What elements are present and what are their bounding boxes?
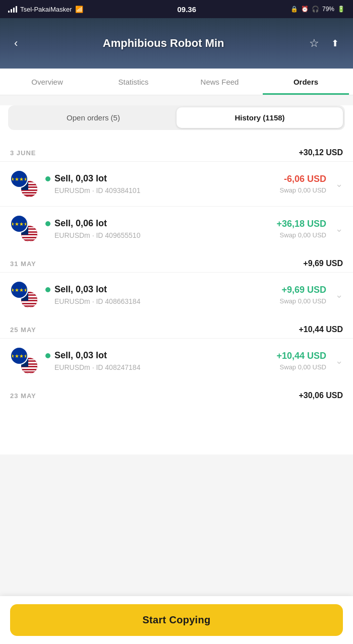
order-row[interactable]: ★★★★★★★★★★★★ Sell, 0,06 lot EURUSDm · ID… bbox=[0, 206, 353, 251]
order-pnl: +36,18 USD bbox=[276, 219, 326, 229]
chevron-down-icon: ⌄ bbox=[335, 178, 343, 189]
date-total-may23: +30,06 USD bbox=[299, 391, 343, 400]
status-left: Tsel-PakaiMasker 📶 bbox=[8, 6, 83, 13]
date-label-may23: 23 MAY bbox=[10, 392, 36, 400]
history-button[interactable]: History (1158) bbox=[177, 107, 343, 128]
date-header-june3: 3 JUNE +30,12 USD bbox=[0, 140, 353, 161]
tabs: Overview Statistics News Feed Orders bbox=[0, 69, 353, 95]
battery-label: 79% bbox=[322, 6, 334, 13]
star-icon: ☆ bbox=[309, 37, 319, 50]
order-row[interactable]: ★★★★★★★★★★★★ Sell, 0,03 lot EURUSDm · ID… bbox=[0, 338, 353, 383]
page-title: Amphibious Robot Min bbox=[22, 37, 305, 50]
chevron-down-icon: ⌄ bbox=[335, 355, 343, 366]
back-icon: ‹ bbox=[14, 37, 18, 50]
signal-icon bbox=[8, 6, 17, 13]
order-info: Sell, 0,03 lot EURUSDm · ID 408247184 bbox=[45, 350, 269, 371]
order-title: Sell, 0,03 lot bbox=[54, 284, 107, 295]
alarm-icon: ⏰ bbox=[301, 6, 309, 13]
header: ‹ Amphibious Robot Min ☆ ⬆ bbox=[0, 18, 353, 69]
order-values: +36,18 USD Swap 0,00 USD bbox=[276, 219, 326, 239]
order-type-toggle: Open orders (5) History (1158) bbox=[8, 105, 345, 130]
status-right: 🔒 ⏰ 🎧 79% 🔋 bbox=[290, 6, 345, 13]
order-pnl: +10,44 USD bbox=[276, 351, 326, 361]
order-pnl: -6,06 USD bbox=[280, 174, 327, 184]
order-values: +9,69 USD Swap 0,00 USD bbox=[280, 285, 327, 305]
currency-pair-icon: ★★★★★★★★★★★★ bbox=[10, 215, 38, 243]
date-header-may31: 31 MAY +9,69 USD bbox=[0, 251, 353, 272]
header-actions: ☆ ⬆ bbox=[305, 33, 343, 54]
start-copying-button[interactable]: Start Copying bbox=[10, 604, 343, 636]
date-group-may25: 25 MAY +10,44 USD ★★★★★★★★★★★★ bbox=[0, 317, 353, 383]
order-info: Sell, 0,03 lot EURUSDm · ID 409384101 bbox=[45, 173, 273, 195]
order-subtitle: EURUSDm · ID 408247184 bbox=[54, 363, 269, 371]
tab-overview[interactable]: Overview bbox=[4, 69, 90, 95]
share-button[interactable]: ⬆ bbox=[327, 33, 343, 54]
open-orders-button[interactable]: Open orders (5) bbox=[10, 107, 177, 128]
order-subtitle: EURUSDm · ID 408663184 bbox=[54, 297, 273, 305]
order-swap: Swap 0,00 USD bbox=[280, 186, 327, 194]
headphone-icon: 🎧 bbox=[312, 6, 319, 13]
order-info: Sell, 0,03 lot EURUSDm · ID 408663184 bbox=[45, 284, 273, 305]
order-values: -6,06 USD Swap 0,00 USD bbox=[280, 174, 327, 194]
date-total-may31: +9,69 USD bbox=[303, 259, 343, 268]
svg-text:★★★★★★★★★★★★: ★★★★★★★★★★★★ bbox=[12, 221, 26, 227]
order-title: Sell, 0,03 lot bbox=[54, 173, 107, 184]
chevron-down-icon: ⌄ bbox=[335, 289, 343, 300]
wifi-icon: 📶 bbox=[75, 6, 83, 13]
clock: 09.36 bbox=[178, 5, 197, 14]
svg-text:★★★★★★★★★★★★: ★★★★★★★★★★★★ bbox=[12, 287, 26, 293]
back-button[interactable]: ‹ bbox=[10, 33, 22, 54]
battery-icon: 🔋 bbox=[337, 6, 345, 13]
order-pnl: +9,69 USD bbox=[280, 285, 327, 295]
date-header-may23: 23 MAY +30,06 USD bbox=[0, 383, 353, 404]
share-icon: ⬆ bbox=[331, 38, 339, 49]
order-row[interactable]: ★★★★★★★★★★★★ Sell, 0,03 lot EURUSDm · ID… bbox=[0, 272, 353, 317]
order-values: +10,44 USD Swap 0,00 USD bbox=[276, 351, 326, 371]
bottom-bar: Start Copying bbox=[0, 596, 353, 644]
date-total-may25: +10,44 USD bbox=[299, 325, 343, 334]
order-subtitle: EURUSDm · ID 409655510 bbox=[54, 231, 269, 239]
svg-text:★★★★★★★★★★★★: ★★★★★★★★★★★★ bbox=[12, 353, 26, 359]
status-dot bbox=[45, 353, 50, 358]
date-header-may25: 25 MAY +10,44 USD bbox=[0, 317, 353, 338]
tab-news-feed[interactable]: News Feed bbox=[177, 69, 263, 95]
order-swap: Swap 0,00 USD bbox=[280, 297, 327, 305]
lock-icon: 🔒 bbox=[290, 6, 298, 13]
svg-text:★★★★★★★★★★★★: ★★★★★★★★★★★★ bbox=[12, 176, 26, 182]
chevron-down-icon: ⌄ bbox=[335, 223, 343, 234]
status-dot bbox=[45, 287, 50, 292]
tab-statistics[interactable]: Statistics bbox=[90, 69, 177, 95]
favorite-button[interactable]: ☆ bbox=[305, 33, 323, 54]
order-row[interactable]: ★★★★★★★★★★★★ Sell, 0,03 lot EURUSDm · ID… bbox=[0, 161, 353, 206]
eu-flag: ★★★★★★★★★★★★ bbox=[10, 347, 28, 365]
eu-flag: ★★★★★★★★★★★★ bbox=[10, 170, 28, 188]
tab-orders[interactable]: Orders bbox=[263, 69, 349, 95]
status-dot bbox=[45, 221, 50, 226]
order-title: Sell, 0,06 lot bbox=[54, 218, 107, 229]
eu-flag: ★★★★★★★★★★★★ bbox=[10, 215, 28, 233]
date-label-may31: 31 MAY bbox=[10, 260, 36, 268]
order-swap: Swap 0,00 USD bbox=[276, 363, 326, 371]
order-title: Sell, 0,03 lot bbox=[54, 350, 107, 361]
main-content: Open orders (5) History (1158) 3 JUNE +3… bbox=[0, 105, 353, 455]
date-group-may31: 31 MAY +9,69 USD ★★★★★★★★★★★★ bbox=[0, 251, 353, 317]
order-info: Sell, 0,06 lot EURUSDm · ID 409655510 bbox=[45, 218, 269, 239]
status-dot bbox=[45, 176, 50, 181]
status-bar: Tsel-PakaiMasker 📶 09.36 🔒 ⏰ 🎧 79% 🔋 bbox=[0, 0, 353, 18]
date-total-june3: +30,12 USD bbox=[299, 148, 343, 157]
carrier-label: Tsel-PakaiMasker bbox=[20, 6, 72, 13]
currency-pair-icon: ★★★★★★★★★★★★ bbox=[10, 170, 38, 198]
date-group-may23: 23 MAY +30,06 USD bbox=[0, 383, 353, 404]
currency-pair-icon: ★★★★★★★★★★★★ bbox=[10, 281, 38, 309]
date-label-june3: 3 JUNE bbox=[10, 149, 36, 157]
order-subtitle: EURUSDm · ID 409384101 bbox=[54, 186, 273, 195]
currency-pair-icon: ★★★★★★★★★★★★ bbox=[10, 347, 38, 375]
order-swap: Swap 0,00 USD bbox=[276, 231, 326, 239]
eu-flag: ★★★★★★★★★★★★ bbox=[10, 281, 28, 299]
date-group-june3: 3 JUNE +30,12 USD ★★★★★★★★★★★★ bbox=[0, 140, 353, 251]
date-label-may25: 25 MAY bbox=[10, 326, 36, 334]
